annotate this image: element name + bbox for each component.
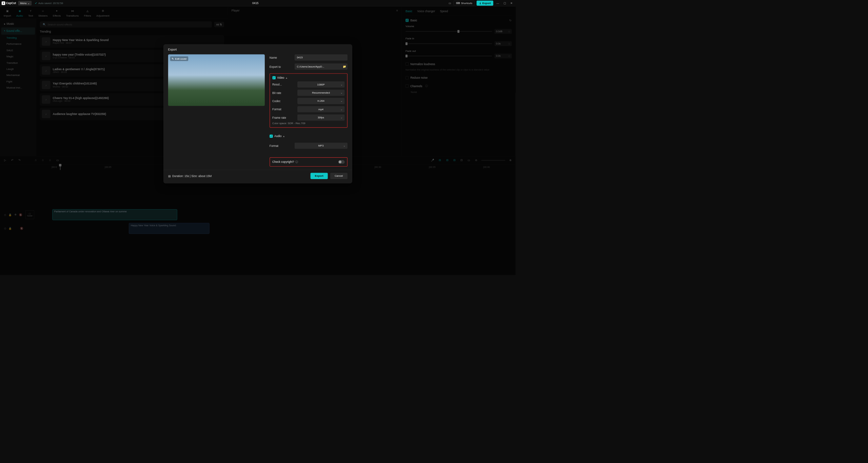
zoom-slider[interactable] [481, 160, 505, 160]
mute-icon[interactable]: 🔇 [19, 213, 22, 216]
fadeout-slider[interactable] [406, 56, 492, 56]
mic-icon[interactable]: 🎤 [431, 159, 435, 162]
sidebar-sub-performance[interactable]: Performance [1, 41, 35, 47]
sidebar-sub-musical[interactable]: Musical inst... [1, 84, 35, 91]
player-menu-icon[interactable]: ≡ [396, 9, 398, 12]
player-title: Player [232, 9, 240, 12]
checkbox-off-icon[interactable] [406, 62, 409, 66]
pointer-tool[interactable]: ▷ [3, 159, 7, 162]
info-icon[interactable]: ⓘ [425, 84, 428, 88]
audio-clip[interactable]: Happy New Year Voice & Sparkling Sound [129, 223, 210, 234]
maximize-button[interactable]: ▢ [502, 1, 507, 5]
zoom-in[interactable]: ⊕ [508, 159, 513, 162]
tab-stickers[interactable]: ☺Stickers [38, 8, 47, 17]
sidebar-sub-sale[interactable]: SALE [1, 47, 35, 53]
chevron-up-icon[interactable]: ▴ [286, 76, 287, 79]
export-button-top[interactable]: ⤓ Export [476, 1, 493, 6]
tab-transitions[interactable]: ⋈Transitions [66, 8, 79, 17]
sidebar-sub-mechanical[interactable]: Mechanical [1, 72, 35, 78]
normalize-hint: Normalize the original loudness of the s… [406, 69, 512, 71]
checkbox-icon[interactable]: ✓ [406, 19, 409, 22]
sidebar-sub-fight[interactable]: Fight [1, 78, 35, 84]
close-button[interactable]: ✕ [509, 1, 514, 5]
lock-icon[interactable]: 🔒 [8, 213, 12, 216]
undo-button[interactable]: ↶ [10, 159, 15, 162]
minimize-button[interactable]: — [495, 1, 500, 5]
checkbox-icon[interactable]: ✓ [270, 135, 273, 138]
vformat-select[interactable]: mp4⌄ [297, 106, 345, 112]
tab-effects[interactable]: ✦Effects [53, 8, 61, 17]
tl-tool-b[interactable]: ⊟ [445, 159, 449, 162]
chevron-down-icon: ⌄ [340, 116, 343, 119]
track-toggle-icon[interactable]: ◇ [4, 213, 6, 216]
track-toggle-icon[interactable]: ◇ [4, 227, 6, 230]
resolution-select[interactable]: 1080P⌄ [297, 81, 345, 88]
tl-tool-e[interactable]: ▭ [467, 159, 471, 162]
checkbox-off-icon[interactable] [406, 84, 409, 88]
playhead[interactable] [60, 165, 60, 170]
tl-tool-a[interactable]: ⊟ [438, 159, 442, 162]
sidebar-item-music[interactable]: ▸Music [1, 20, 35, 27]
fadeout-value[interactable]: 0.0s◇ [494, 54, 512, 58]
stepper-icon[interactable]: ◇ [508, 42, 510, 45]
mute-icon[interactable]: 🔇 [20, 227, 23, 230]
checkbox-off-icon[interactable] [406, 76, 409, 79]
video-clip[interactable]: Parliament of Canada under renovation an… [52, 209, 177, 220]
aformat-select[interactable]: MP3⌄ [294, 142, 347, 149]
split-tool[interactable]: ⎍ [34, 159, 38, 162]
name-input[interactable] [294, 54, 347, 60]
sidebar-item-sound-effects[interactable]: •Sound effe... [1, 27, 35, 35]
copyright-toggle[interactable] [338, 160, 344, 164]
lock-icon[interactable]: 🔒 [8, 227, 12, 230]
edit-cover-button[interactable]: ✎Edit cover [170, 56, 188, 61]
redo-button[interactable]: ↷ [17, 159, 22, 162]
shortcuts-button[interactable]: ⌨ Shortcuts [454, 1, 474, 6]
search-input[interactable]: 🔍 Search sound effects [40, 21, 212, 27]
tl-tool-d[interactable]: ⊡ [459, 159, 464, 162]
exportto-path[interactable]: C:/Users/Jason/AppD...📁 [294, 63, 347, 70]
fadein-slider[interactable] [406, 43, 492, 44]
eye-icon[interactable]: 👁 [14, 213, 17, 216]
menu-button[interactable]: Menu⌄ [18, 1, 32, 5]
split-right-tool[interactable]: ⎍ [48, 159, 52, 162]
sidebar-sub-laugh[interactable]: Laugh [1, 66, 35, 72]
codec-select[interactable]: H.264⌄ [297, 98, 345, 104]
channels-label: Channels [410, 84, 422, 88]
tab-filters[interactable]: ◬Filters [84, 8, 91, 17]
checkbox-icon[interactable]: ✓ [272, 76, 276, 79]
sidebar-sub-trending[interactable]: Trending [1, 35, 35, 41]
framerate-select[interactable]: 30fps⌄ [297, 114, 345, 120]
tab-audio[interactable]: ◉Audio [16, 8, 23, 17]
filters-icon: ◬ [85, 8, 90, 13]
layout-icon[interactable]: ▭ [448, 1, 452, 5]
aformat-label: Format [270, 144, 292, 148]
export-confirm-button[interactable]: Export [311, 173, 328, 179]
chevron-up-icon[interactable]: ▴ [283, 135, 284, 138]
sidebar-sub-transition[interactable]: Transition [1, 60, 35, 66]
bitrate-select[interactable]: Recommended⌄ [297, 90, 345, 96]
chevron-right-icon: ▸ [4, 22, 5, 25]
cover-button[interactable]: ▢Cover [25, 210, 34, 219]
tab-text[interactable]: TText [28, 8, 33, 17]
stepper-icon[interactable]: ◇ [508, 55, 510, 57]
split-left-tool[interactable]: ⎍ [41, 159, 45, 162]
volume-value[interactable]: 0.0dB◇ [494, 29, 512, 34]
props-tab-basic[interactable]: Basic [406, 10, 412, 13]
props-tab-voice[interactable]: Voice changer [417, 10, 435, 13]
folder-button[interactable]: 📁 [343, 65, 346, 68]
fadein-value[interactable]: 0.0s◇ [494, 41, 512, 46]
tab-adjustment[interactable]: ⚙Adjustment [96, 8, 110, 17]
sidebar-sub-magic[interactable]: Magic [1, 53, 35, 59]
volume-slider[interactable] [406, 31, 492, 32]
stepper-icon[interactable]: ◇ [508, 30, 510, 33]
props-tab-speed[interactable]: Speed [440, 10, 448, 13]
tab-import[interactable]: ▣Import [4, 8, 11, 17]
filter-all[interactable]: All ⇅ [214, 22, 224, 27]
info-icon[interactable]: ⓘ [295, 160, 298, 164]
delete-tool[interactable]: ▭ [55, 159, 60, 162]
zoom-out[interactable]: ⊖ [474, 159, 478, 162]
cancel-button[interactable]: Cancel [330, 173, 348, 179]
keyboard-icon: ⌨ [456, 2, 460, 5]
reset-icon[interactable]: ↻ [509, 19, 512, 22]
tl-tool-c[interactable]: ⊟ [452, 159, 457, 162]
